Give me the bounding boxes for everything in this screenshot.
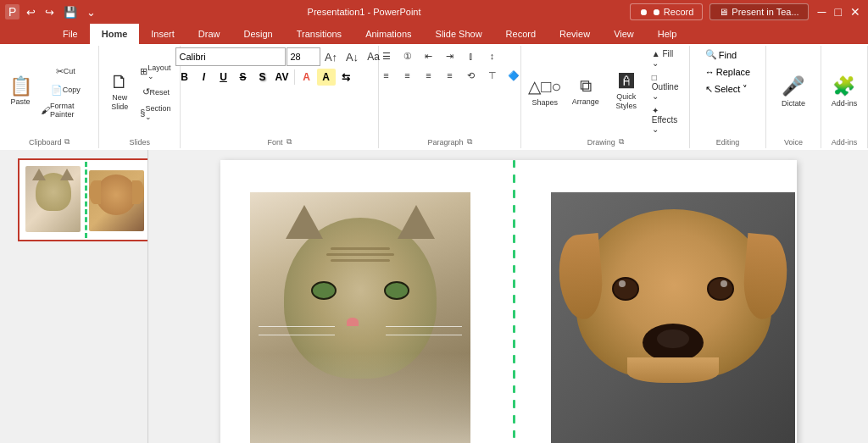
slide-thumbnail[interactable] <box>18 158 148 241</box>
align-left-button[interactable]: ≡ <box>376 67 397 84</box>
main-area: 1 <box>0 150 868 443</box>
strikethrough-button[interactable]: S <box>234 69 253 86</box>
shapes-button[interactable]: △□○ Shapes <box>526 67 564 116</box>
thumb-dog-image <box>89 170 144 231</box>
addins-label: Add-ins <box>832 136 858 147</box>
italic-button[interactable]: I <box>195 69 214 86</box>
shapes-icon: △□○ <box>528 76 561 97</box>
indent-decrease-button[interactable]: ⇤ <box>419 47 439 64</box>
redo-icon[interactable]: ↪ <box>42 4 57 20</box>
present-icon: 🖥 <box>719 7 728 17</box>
tab-help[interactable]: Help <box>646 24 689 44</box>
tab-transitions[interactable]: Transitions <box>285 24 353 44</box>
addins-group-content: 🧩 Add-ins <box>828 47 861 136</box>
dictate-icon: 🎤 <box>782 75 804 97</box>
customize-qa-icon[interactable]: ⌄ <box>84 4 98 20</box>
numbering-button[interactable]: ① <box>398 47 418 64</box>
align-center-button[interactable]: ≡ <box>398 67 418 84</box>
indent-increase-button[interactable]: ⇥ <box>440 47 460 64</box>
align-text-button[interactable]: ⊤ <box>482 67 503 84</box>
find-button[interactable]: 🔍 Find <box>700 47 755 62</box>
dictate-button[interactable]: 🎤 Dictate <box>778 68 809 117</box>
undo-icon[interactable]: ↩ <box>24 4 38 20</box>
ribbon-tabs[interactable]: File Home Insert Draw Design Transitions… <box>0 24 868 44</box>
tab-home[interactable]: Home <box>90 24 140 44</box>
thumb-cat-image <box>25 166 81 232</box>
decrease-font-button[interactable]: A↓ <box>342 48 363 65</box>
font-expander-icon[interactable]: ⧉ <box>287 137 292 147</box>
columns-button[interactable]: ⫿ <box>461 47 481 64</box>
paragraph-expander-icon[interactable]: ⧉ <box>467 137 472 147</box>
record-button[interactable]: ⏺ ⏺ Record <box>630 3 704 20</box>
char-spacing-button[interactable]: AV <box>273 69 292 86</box>
drawing-expander-icon[interactable]: ⧉ <box>619 137 624 147</box>
slide-canvas[interactable] <box>220 160 797 444</box>
font-row2: B I U S S AV A A ⇆ <box>175 69 355 86</box>
tab-review[interactable]: Review <box>548 24 602 44</box>
highlight-button[interactable]: A <box>317 69 336 86</box>
drawing-label: Drawing ⧉ <box>587 136 624 147</box>
tab-file[interactable]: File <box>51 24 90 44</box>
smartart-button[interactable]: 🔷 <box>504 67 524 84</box>
addins-button[interactable]: 🧩 Add-ins <box>828 68 861 117</box>
copy-button[interactable]: 📄 Copy <box>37 81 93 98</box>
slides-secondary: ⊞ Layout ⌄ ↺ Reset § Section ⌄ <box>136 62 175 123</box>
tab-draw[interactable]: Draw <box>186 24 232 44</box>
font-size-input[interactable] <box>287 47 320 66</box>
bold-button[interactable]: B <box>175 69 194 86</box>
maximize-icon[interactable]: □ <box>832 5 844 19</box>
justify-button[interactable]: ≡ <box>440 67 460 84</box>
layout-button[interactable]: ⊞ Layout ⌄ <box>136 62 175 82</box>
tab-record[interactable]: Record <box>494 24 548 44</box>
addins-label: Add-ins <box>832 99 858 108</box>
title-text: Presentation1 - PowerPoint <box>308 7 421 17</box>
editing-group-content: 🔍 Find ↔ Replace ↖ Select ˅ <box>700 47 755 97</box>
clipboard-expander-icon[interactable]: ⧉ <box>64 137 70 147</box>
text-direction-btn[interactable]: ⟲ <box>461 67 481 84</box>
underline-button[interactable]: U <box>214 69 233 86</box>
font-color-button[interactable]: A <box>298 69 316 86</box>
shape-effects-button[interactable]: ✦ Effects ⌄ <box>648 104 685 136</box>
tab-design[interactable]: Design <box>231 24 284 44</box>
minimize-icon[interactable]: ─ <box>815 5 829 19</box>
dog-photo[interactable] <box>551 192 795 444</box>
close-icon[interactable]: ✕ <box>848 5 863 19</box>
arrange-button[interactable]: ⧉ Arrange <box>567 67 604 116</box>
tab-slideshow[interactable]: Slide Show <box>424 24 494 44</box>
line-spacing-button[interactable]: ↕ <box>482 47 503 64</box>
new-slide-button[interactable]: 🗋 NewSlide <box>104 68 135 117</box>
font-name-input[interactable] <box>175 47 286 66</box>
replace-button[interactable]: ↔ Replace <box>700 65 755 79</box>
cat-photo[interactable] <box>250 192 470 444</box>
shape-fill-button[interactable]: ▲ Fill ⌄ <box>648 47 685 69</box>
text-direction-button[interactable]: ⇆ <box>337 69 355 86</box>
paste-button[interactable]: 📋 Paste <box>5 67 36 116</box>
paragraph-group-content: ☰ ① ⇤ ⇥ ⫿ ↕ ≡ ≡ ≡ ≡ ⟲ ⊤ 🔷 <box>376 47 524 84</box>
top-bar-right[interactable]: ⏺ ⏺ Record 🖥 Present in Tea... ─ □ ✕ <box>630 3 863 20</box>
clipboard-group-content: 📋 Paste ✂ Cut 📄 Copy 🖌 Format Painter <box>5 47 93 136</box>
slide-1-wrapper: 1 <box>18 158 143 241</box>
tab-insert[interactable]: Insert <box>139 24 186 44</box>
present-in-teams-button[interactable]: 🖥 Present in Tea... <box>709 3 808 20</box>
section-button[interactable]: § Section ⌄ <box>136 102 175 123</box>
center-divider <box>513 160 516 444</box>
save-icon[interactable]: 💾 <box>61 4 80 20</box>
reset-button[interactable]: ↺ Reset <box>136 84 175 101</box>
tab-animations[interactable]: Animations <box>353 24 423 44</box>
bullets-button[interactable]: ☰ <box>376 47 397 64</box>
shadow-button[interactable]: S <box>253 69 272 86</box>
increase-font-button[interactable]: A↑ <box>321 48 342 65</box>
shape-outline-button[interactable]: □ Outline ⌄ <box>648 71 685 102</box>
quick-access-toolbar[interactable]: P ↩ ↪ 💾 ⌄ <box>5 4 98 20</box>
align-right-button[interactable]: ≡ <box>419 67 439 84</box>
tab-view[interactable]: View <box>602 24 646 44</box>
slide-thumbnail-content <box>21 162 148 238</box>
replace-label: Replace <box>716 67 750 77</box>
ribbon-content: 📋 Paste ✂ Cut 📄 Copy 🖌 Format Painter Cl… <box>0 44 868 150</box>
find-icon: 🔍 <box>705 49 717 60</box>
quick-styles-button[interactable]: 🅰 QuickStyles <box>608 67 645 116</box>
cut-button[interactable]: ✂ Cut <box>37 63 93 80</box>
select-button[interactable]: ↖ Select ˅ <box>700 82 755 97</box>
drawing-group-content: △□○ Shapes ⧉ Arrange 🅰 QuickStyles ▲ Fil… <box>526 47 685 136</box>
format-painter-button[interactable]: 🖌 Format Painter <box>37 100 93 120</box>
